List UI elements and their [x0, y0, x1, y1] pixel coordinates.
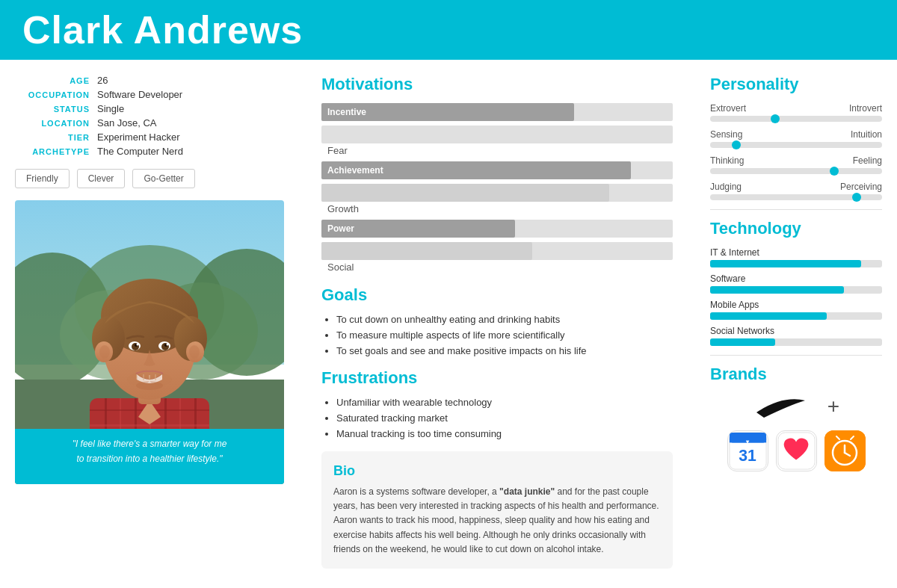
alarm-app-icon	[824, 430, 866, 471]
motivation-label-achievement: Achievement	[327, 165, 383, 176]
goal-item: To cut down on unhealthy eating and drin…	[336, 314, 673, 325]
personality-thumb	[852, 193, 861, 202]
nike-brand-icon	[753, 392, 813, 421]
motivation-label-power: Power	[327, 223, 354, 234]
motivation-label-incentive: Incentive	[327, 107, 366, 117]
tech-software: Software	[710, 273, 882, 294]
motivations-list: Incentive Fear Achievement	[321, 103, 673, 273]
frustrations-title: Frustrations	[321, 368, 673, 388]
page-title: Clark Andrews	[22, 7, 303, 52]
tier-row: TIER Experiment Hacker	[15, 131, 284, 143]
info-table: AGE 26 OCCUPATION Software Developer STA…	[15, 75, 284, 157]
tag-go-getter: Go-Getter	[132, 169, 194, 188]
bio-section: Bio Aaron is a systems software develope…	[321, 451, 673, 569]
svg-point-38	[99, 345, 110, 359]
occupation-value: Software Developer	[97, 89, 182, 100]
goals-list: To cut down on unhealthy eating and drin…	[321, 314, 673, 356]
personality-sensing-intuition: Sensing Intuition	[710, 129, 882, 148]
occupation-row: OCCUPATION Software Developer	[15, 89, 284, 100]
plus-brand-icon: +	[827, 394, 839, 418]
tier-value: Experiment Hacker	[97, 131, 180, 143]
frustration-item: Unfamiliar with wearable technology	[336, 397, 673, 408]
goals-section: Goals To cut down on unhealthy eating an…	[321, 285, 673, 356]
tech-label: IT & Internet	[710, 247, 882, 258]
status-value: Single	[97, 103, 124, 114]
tech-social: Social Networks	[710, 326, 882, 346]
status-row: STATUS Single	[15, 103, 284, 114]
tech-bar	[710, 312, 827, 320]
archetype-row: ARCHETYPE The Computer Nerd	[15, 146, 284, 157]
personality-right-label: Introvert	[849, 103, 882, 114]
motivation-fear: Fear	[321, 126, 673, 157]
archetype-value: The Computer Nerd	[97, 146, 183, 157]
age-row: AGE 26	[15, 75, 284, 86]
tech-label: Social Networks	[710, 326, 882, 336]
frustration-item: Saturated tracking market	[336, 412, 673, 424]
personality-right-label: Feeling	[853, 155, 882, 166]
photo-svg: "I feel like there's a smarter way for m…	[15, 200, 284, 484]
status-label: STATUS	[15, 105, 90, 114]
motivation-power: Power	[321, 220, 673, 238]
motivation-growth: Growth	[321, 184, 673, 215]
header: Clark Andrews	[0, 0, 897, 60]
personality-title: Personality	[710, 75, 882, 94]
personality-judging-perceiving: Judging Perceiving	[710, 182, 882, 200]
location-row: LOCATION San Jose, CA	[15, 117, 284, 129]
svg-text:to transition into a healthier: to transition into a healthier lifestyle…	[76, 454, 223, 464]
motivation-label-social: Social	[321, 259, 360, 276]
frustrations-section: Frustrations Unfamiliar with wearable te…	[321, 368, 673, 439]
tech-it-internet: IT & Internet	[710, 247, 882, 267]
svg-text:"I feel like there's a smarter: "I feel like there's a smarter way for m…	[73, 439, 227, 449]
tech-mobile: Mobile Apps	[710, 300, 882, 320]
brands-title: Brands	[710, 365, 882, 384]
goal-item: To measure multiple aspects of life more…	[336, 329, 673, 341]
tech-bar	[710, 286, 844, 294]
occupation-label: OCCUPATION	[15, 90, 90, 99]
personality-left-label: Judging	[710, 182, 742, 192]
motivations-title: Motivations	[321, 75, 673, 94]
svg-text:▼: ▼	[745, 439, 750, 445]
left-panel: AGE 26 OCCUPATION Software Developer STA…	[0, 60, 299, 588]
tags-row: Friendly Clever Go-Getter	[15, 169, 284, 188]
goals-title: Goals	[321, 285, 673, 305]
personality-left-label: Thinking	[710, 155, 744, 166]
age-value: 26	[97, 75, 108, 86]
personality-thinking-feeling: Thinking Feeling	[710, 155, 882, 174]
svg-text:31: 31	[739, 447, 756, 464]
personality-left-label: Extrovert	[710, 103, 746, 114]
personality-extrovert-introvert: Extrovert Introvert	[710, 103, 882, 122]
frustration-item: Manual tracking is too time consuming	[336, 428, 673, 439]
personality-left-label: Sensing	[710, 129, 742, 140]
tech-label: Mobile Apps	[710, 300, 882, 310]
personality-thumb	[771, 114, 780, 123]
motivation-incentive: Incentive	[321, 103, 673, 121]
brands-bottom-row: 31 ▼	[710, 430, 882, 471]
svg-point-31	[137, 344, 139, 346]
divider	[710, 355, 882, 356]
bio-title: Bio	[333, 463, 661, 479]
brands-top-row: +	[710, 392, 882, 421]
tier-label: TIER	[15, 133, 90, 142]
tech-label: Software	[710, 273, 882, 284]
personality-right-label: Intuition	[851, 129, 882, 140]
profile-photo: "I feel like there's a smarter way for m…	[15, 200, 284, 484]
age-label: AGE	[15, 76, 90, 85]
google-calendar-icon: 31 ▼	[727, 430, 768, 471]
svg-point-32	[167, 344, 169, 346]
location-label: LOCATION	[15, 119, 90, 128]
motivation-social: Social	[321, 242, 673, 273]
divider	[710, 209, 882, 210]
svg-rect-16	[90, 424, 209, 427]
personality-section: Personality Extrovert Introvert Sensing …	[710, 75, 882, 200]
motivation-label-fear: Fear	[321, 142, 354, 159]
tech-bar	[710, 338, 775, 346]
motivation-label-growth: Growth	[321, 200, 365, 217]
personality-thumb	[732, 140, 741, 149]
goal-item: To set goals and see and make positive i…	[336, 345, 673, 356]
tag-clever: Clever	[77, 169, 126, 188]
brands-section: Brands + 31	[710, 365, 882, 471]
technology-title: Technology	[710, 219, 882, 238]
svg-point-35	[136, 381, 163, 390]
motivation-achievement: Achievement	[321, 161, 673, 179]
personality-right-label: Perceiving	[840, 182, 882, 192]
